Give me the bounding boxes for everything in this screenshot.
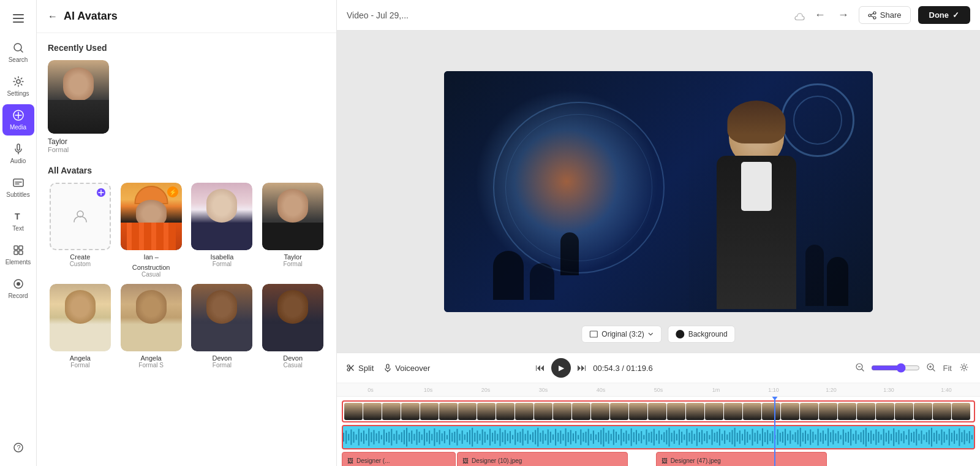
svg-rect-65 xyxy=(381,435,382,439)
svg-rect-200 xyxy=(722,434,723,441)
zoom-controls: Fit xyxy=(854,361,970,375)
svg-rect-79 xyxy=(416,429,417,445)
timeline-area: Split Voiceover ⏮ ▶ ⏭ 00:54.3 / 01:19.6 xyxy=(337,353,980,466)
svg-rect-131 xyxy=(548,429,549,445)
svg-rect-253 xyxy=(855,430,856,444)
svg-rect-178 xyxy=(666,430,667,444)
sidebar-item-elements[interactable]: Elements xyxy=(2,239,34,270)
avatar-thumb-15 xyxy=(610,403,628,420)
sidebar-item-text[interactable]: T Text xyxy=(2,205,34,237)
avatar-thumb-14 xyxy=(591,403,609,420)
sidebar-item-search[interactable]: Search xyxy=(2,37,34,68)
back-button[interactable]: ← xyxy=(48,11,58,22)
svg-rect-115 xyxy=(507,434,508,441)
svg-rect-289 xyxy=(946,435,948,440)
sidebar-item-audio[interactable]: Audio xyxy=(2,138,34,169)
hamburger-menu[interactable] xyxy=(2,7,34,29)
recently-used-avatar[interactable]: Taylor Formal xyxy=(48,60,109,153)
avatar-card-devon1[interactable]: Devon Formal xyxy=(190,284,255,369)
scissors-icon xyxy=(347,364,355,372)
svg-rect-122 xyxy=(525,434,526,441)
sidebar-item-record[interactable]: Record xyxy=(2,273,34,304)
record-label: Record xyxy=(8,292,28,299)
svg-rect-171 xyxy=(649,433,650,441)
avatar-thumb-3 xyxy=(382,403,401,420)
svg-rect-155 xyxy=(608,430,609,444)
split-label: Split xyxy=(358,364,374,373)
sidebar-item-subtitles[interactable]: Subtitles xyxy=(2,172,34,203)
avatar-panel: ← AI Avatars Recently Used Taylor Formal xyxy=(37,0,337,466)
svg-rect-222 xyxy=(777,429,778,445)
zoom-out-button[interactable] xyxy=(854,361,866,375)
sidebar-item-settings[interactable]: Settings xyxy=(2,71,34,102)
svg-rect-247 xyxy=(840,435,842,439)
taylor-style: Formal xyxy=(284,261,303,267)
voiceover-button[interactable]: Voiceover xyxy=(383,364,430,373)
skip-back-button[interactable]: ⏮ xyxy=(535,362,545,373)
angela1-style: Formal xyxy=(70,362,89,369)
svg-rect-291 xyxy=(951,433,952,441)
timeline-settings-button[interactable] xyxy=(958,361,970,375)
ratio-button[interactable]: Original (3:2) xyxy=(581,326,662,343)
svg-rect-272 xyxy=(903,431,905,443)
svg-rect-228 xyxy=(792,435,793,440)
share-icon xyxy=(868,11,876,20)
svg-rect-184 xyxy=(681,432,682,443)
zoom-in-button[interactable] xyxy=(925,361,937,375)
split-button[interactable]: Split xyxy=(347,364,374,373)
svg-rect-98 xyxy=(464,435,466,440)
svg-text:?: ? xyxy=(17,444,20,451)
avatar-card-isabella[interactable]: Isabella Formal xyxy=(190,183,255,278)
svg-point-27 xyxy=(873,12,876,14)
svg-rect-168 xyxy=(641,431,642,443)
svg-rect-104 xyxy=(479,434,480,441)
redo-button[interactable]: → xyxy=(835,6,851,24)
svg-rect-52 xyxy=(348,434,349,441)
total-time: 01:19.6 xyxy=(626,364,652,373)
svg-rect-286 xyxy=(938,434,940,441)
svg-rect-127 xyxy=(537,428,538,447)
svg-rect-67 xyxy=(386,433,387,441)
avatar-thumb-24 xyxy=(781,403,799,420)
svg-rect-260 xyxy=(873,434,874,441)
image-track: 🖼 Designer (... 🖼 Designer (10).jpeg 🖼 D… xyxy=(342,452,975,466)
background-button[interactable]: Background xyxy=(668,326,736,343)
all-avatars-title: All Avatars xyxy=(48,166,325,175)
svg-rect-59 xyxy=(366,434,367,441)
share-button[interactable]: Share xyxy=(859,6,911,24)
svg-rect-78 xyxy=(413,434,415,441)
fit-button[interactable]: Fit xyxy=(942,362,953,374)
svg-rect-190 xyxy=(696,429,698,446)
zoom-slider[interactable] xyxy=(871,363,920,373)
svg-rect-238 xyxy=(818,429,819,446)
search-label: Search xyxy=(9,56,28,63)
avatar-thumb-28 xyxy=(857,403,875,420)
svg-rect-109 xyxy=(492,433,493,441)
avatar-card-devon2[interactable]: Devon Casual xyxy=(260,284,325,369)
angela1-name: Angela xyxy=(70,354,91,362)
avatar-card-angela2[interactable]: Angela Formal S xyxy=(119,284,184,369)
svg-rect-263 xyxy=(881,435,882,440)
avatar-thumb-9 xyxy=(496,403,514,420)
svg-rect-124 xyxy=(530,435,531,440)
ruler-mark-0s: 0s xyxy=(342,387,399,393)
done-button[interactable]: Done ✓ xyxy=(918,6,971,24)
sidebar-item-media[interactable]: Media xyxy=(2,104,34,136)
sidebar-item-help[interactable]: ? xyxy=(2,437,34,459)
isabella-name: Isabella xyxy=(210,253,233,261)
devon1-name: Devon xyxy=(212,354,232,362)
svg-rect-86 xyxy=(434,429,435,446)
undo-button[interactable]: ← xyxy=(812,6,828,24)
avatar-card-angela1[interactable]: Angela Formal xyxy=(48,284,113,369)
svg-rect-210 xyxy=(747,432,748,443)
skip-forward-button[interactable]: ⏭ xyxy=(577,362,587,373)
background-label: Background xyxy=(688,330,728,338)
avatar-card-create[interactable]: Create Custom xyxy=(48,183,113,278)
svg-rect-114 xyxy=(505,430,506,444)
avatar-card-ian[interactable]: ⚡ Ian – Construction Casual xyxy=(119,183,184,278)
svg-rect-177 xyxy=(663,432,665,442)
svg-rect-298 xyxy=(969,431,970,443)
avatar-card-taylor[interactable]: Taylor Formal xyxy=(260,183,325,278)
play-button[interactable]: ▶ xyxy=(551,358,571,378)
svg-rect-101 xyxy=(472,428,473,447)
